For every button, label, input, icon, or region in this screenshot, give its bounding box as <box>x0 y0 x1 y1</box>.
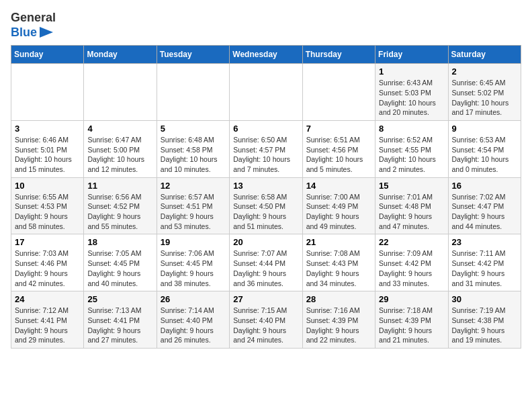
calendar-cell: 7Sunrise: 6:51 AM Sunset: 4:56 PM Daylig… <box>302 120 375 177</box>
weekday-header-tuesday: Tuesday <box>157 46 229 64</box>
calendar-cell: 21Sunrise: 7:08 AM Sunset: 4:43 PM Dayli… <box>302 234 375 291</box>
calendar-cell: 9Sunrise: 6:53 AM Sunset: 4:54 PM Daylig… <box>448 120 521 177</box>
day-info: Sunrise: 6:53 AM Sunset: 4:54 PM Dayligh… <box>452 135 517 175</box>
calendar-cell: 22Sunrise: 7:09 AM Sunset: 4:42 PM Dayli… <box>375 234 448 291</box>
day-info: Sunrise: 7:18 AM Sunset: 4:39 PM Dayligh… <box>379 306 444 345</box>
calendar-cell: 3Sunrise: 6:46 AM Sunset: 5:01 PM Daylig… <box>11 120 84 177</box>
day-number: 4 <box>87 124 152 134</box>
day-number: 6 <box>233 124 298 134</box>
day-info: Sunrise: 6:50 AM Sunset: 4:57 PM Dayligh… <box>233 135 298 175</box>
calendar-cell: 29Sunrise: 7:18 AM Sunset: 4:39 PM Dayli… <box>375 291 448 349</box>
weekday-header-sunday: Sunday <box>11 46 84 64</box>
day-info: Sunrise: 7:03 AM Sunset: 4:46 PM Dayligh… <box>15 248 80 288</box>
day-info: Sunrise: 6:56 AM Sunset: 4:52 PM Dayligh… <box>87 192 152 232</box>
calendar-cell <box>11 64 84 121</box>
day-number: 22 <box>379 237 444 247</box>
calendar-cell: 11Sunrise: 6:56 AM Sunset: 4:52 PM Dayli… <box>84 177 157 234</box>
calendar-cell: 4Sunrise: 6:47 AM Sunset: 5:00 PM Daylig… <box>84 120 157 177</box>
calendar-cell: 8Sunrise: 6:52 AM Sunset: 4:55 PM Daylig… <box>375 120 448 177</box>
calendar-cell: 17Sunrise: 7:03 AM Sunset: 4:46 PM Dayli… <box>11 234 84 291</box>
day-number: 8 <box>379 124 444 134</box>
day-info: Sunrise: 6:51 AM Sunset: 4:56 PM Dayligh… <box>306 135 371 175</box>
day-number: 9 <box>452 124 517 134</box>
day-info: Sunrise: 7:15 AM Sunset: 4:40 PM Dayligh… <box>233 306 298 345</box>
day-number: 27 <box>233 294 298 304</box>
day-info: Sunrise: 7:07 AM Sunset: 4:44 PM Dayligh… <box>233 248 298 288</box>
calendar-cell: 26Sunrise: 7:14 AM Sunset: 4:40 PM Dayli… <box>157 291 229 349</box>
day-number: 28 <box>306 294 371 304</box>
calendar-cell: 13Sunrise: 6:58 AM Sunset: 4:50 PM Dayli… <box>230 177 302 234</box>
day-number: 12 <box>161 181 226 191</box>
day-number: 15 <box>379 181 444 191</box>
day-info: Sunrise: 7:09 AM Sunset: 4:42 PM Dayligh… <box>379 248 444 288</box>
calendar-cell: 10Sunrise: 6:55 AM Sunset: 4:53 PM Dayli… <box>11 177 84 234</box>
day-number: 3 <box>15 124 80 134</box>
day-info: Sunrise: 6:46 AM Sunset: 5:01 PM Dayligh… <box>15 135 80 175</box>
day-info: Sunrise: 6:48 AM Sunset: 4:58 PM Dayligh… <box>161 135 226 175</box>
day-info: Sunrise: 7:13 AM Sunset: 4:41 PM Dayligh… <box>87 306 152 345</box>
calendar-cell: 1Sunrise: 6:43 AM Sunset: 5:03 PM Daylig… <box>375 64 448 121</box>
calendar-cell <box>84 64 157 121</box>
calendar-cell: 30Sunrise: 7:19 AM Sunset: 4:38 PM Dayli… <box>448 291 521 349</box>
day-number: 18 <box>87 237 152 247</box>
day-number: 25 <box>87 294 152 304</box>
svg-marker-0 <box>40 27 53 38</box>
calendar-cell: 27Sunrise: 7:15 AM Sunset: 4:40 PM Dayli… <box>230 291 302 349</box>
calendar-cell <box>230 64 302 121</box>
weekday-header-wednesday: Wednesday <box>230 46 302 64</box>
day-info: Sunrise: 7:14 AM Sunset: 4:40 PM Dayligh… <box>161 306 226 345</box>
day-info: Sunrise: 7:19 AM Sunset: 4:38 PM Dayligh… <box>452 306 517 345</box>
calendar-cell: 15Sunrise: 7:01 AM Sunset: 4:48 PM Dayli… <box>375 177 448 234</box>
calendar-cell: 25Sunrise: 7:13 AM Sunset: 4:41 PM Dayli… <box>84 291 157 349</box>
logo: GeneralBlue <box>11 11 56 40</box>
day-number: 10 <box>15 181 80 191</box>
logo-text: GeneralBlue <box>11 11 56 40</box>
day-number: 16 <box>452 181 517 191</box>
day-info: Sunrise: 7:08 AM Sunset: 4:43 PM Dayligh… <box>306 248 371 288</box>
calendar-cell <box>302 64 375 121</box>
day-number: 20 <box>233 237 298 247</box>
calendar-cell <box>157 64 229 121</box>
day-info: Sunrise: 7:11 AM Sunset: 4:42 PM Dayligh… <box>452 248 517 288</box>
day-info: Sunrise: 6:45 AM Sunset: 5:02 PM Dayligh… <box>452 78 517 118</box>
logo-arrow-icon <box>40 27 53 38</box>
weekday-header-monday: Monday <box>84 46 157 64</box>
weekday-header-saturday: Saturday <box>448 46 521 64</box>
calendar-cell: 18Sunrise: 7:05 AM Sunset: 4:45 PM Dayli… <box>84 234 157 291</box>
day-number: 17 <box>15 237 80 247</box>
day-number: 19 <box>161 237 226 247</box>
day-info: Sunrise: 7:12 AM Sunset: 4:41 PM Dayligh… <box>15 306 80 345</box>
day-info: Sunrise: 6:58 AM Sunset: 4:50 PM Dayligh… <box>233 192 298 232</box>
calendar-cell: 24Sunrise: 7:12 AM Sunset: 4:41 PM Dayli… <box>11 291 84 349</box>
calendar-cell: 14Sunrise: 7:00 AM Sunset: 4:49 PM Dayli… <box>302 177 375 234</box>
day-number: 26 <box>161 294 226 304</box>
weekday-header-thursday: Thursday <box>302 46 375 64</box>
day-number: 2 <box>452 66 517 77</box>
calendar-cell: 2Sunrise: 6:45 AM Sunset: 5:02 PM Daylig… <box>448 64 521 121</box>
calendar-cell: 16Sunrise: 7:02 AM Sunset: 4:47 PM Dayli… <box>448 177 521 234</box>
day-info: Sunrise: 7:00 AM Sunset: 4:49 PM Dayligh… <box>306 192 371 232</box>
day-number: 5 <box>161 124 226 134</box>
day-info: Sunrise: 6:43 AM Sunset: 5:03 PM Dayligh… <box>379 78 444 118</box>
day-number: 1 <box>379 66 444 77</box>
day-info: Sunrise: 7:06 AM Sunset: 4:45 PM Dayligh… <box>161 248 226 288</box>
day-number: 11 <box>87 181 152 191</box>
calendar-cell: 28Sunrise: 7:16 AM Sunset: 4:39 PM Dayli… <box>302 291 375 349</box>
day-number: 24 <box>15 294 80 304</box>
day-number: 29 <box>379 294 444 304</box>
day-info: Sunrise: 7:02 AM Sunset: 4:47 PM Dayligh… <box>452 192 517 232</box>
day-number: 30 <box>452 294 517 304</box>
day-info: Sunrise: 6:47 AM Sunset: 5:00 PM Dayligh… <box>87 135 152 175</box>
day-number: 13 <box>233 181 298 191</box>
day-number: 21 <box>306 237 371 247</box>
day-info: Sunrise: 7:05 AM Sunset: 4:45 PM Dayligh… <box>87 248 152 288</box>
day-number: 23 <box>452 237 517 247</box>
weekday-header-friday: Friday <box>375 46 448 64</box>
calendar-cell: 19Sunrise: 7:06 AM Sunset: 4:45 PM Dayli… <box>157 234 229 291</box>
day-info: Sunrise: 6:52 AM Sunset: 4:55 PM Dayligh… <box>379 135 444 175</box>
day-number: 7 <box>306 124 371 134</box>
calendar-table: SundayMondayTuesdayWednesdayThursdayFrid… <box>11 45 521 349</box>
calendar-cell: 20Sunrise: 7:07 AM Sunset: 4:44 PM Dayli… <box>230 234 302 291</box>
day-info: Sunrise: 6:55 AM Sunset: 4:53 PM Dayligh… <box>15 192 80 232</box>
day-info: Sunrise: 7:01 AM Sunset: 4:48 PM Dayligh… <box>379 192 444 232</box>
